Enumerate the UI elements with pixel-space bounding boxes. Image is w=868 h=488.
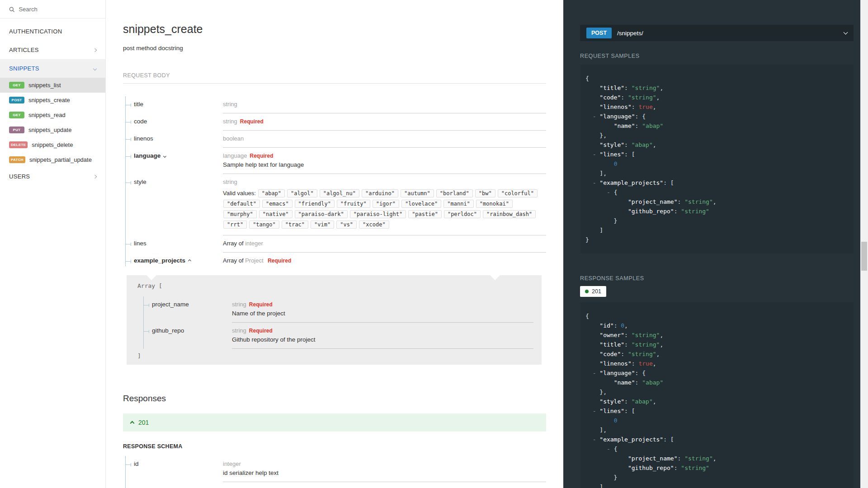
- valid-value-chip: "arduino": [362, 189, 398, 197]
- response-sample-tab-201[interactable]: 201: [580, 286, 606, 297]
- response-201-toggle[interactable]: 201: [123, 413, 546, 432]
- method-badge-put: PUT: [9, 127, 24, 133]
- endpoint-path: /snippets/: [617, 30, 844, 37]
- valid-value-chip: "vs": [336, 221, 357, 229]
- sidebar-section-label: SNIPPETS: [9, 65, 39, 72]
- page-scrollbar[interactable]: [860, 0, 868, 488]
- code-token: 0: [621, 322, 624, 329]
- code-token: "string": [684, 198, 713, 205]
- field-name[interactable]: example_projects: [134, 257, 223, 266]
- code-token: "string": [684, 455, 713, 462]
- code-token: "project_name": [628, 455, 678, 462]
- sidebar-section-articles[interactable]: ARTICLES: [0, 41, 105, 59]
- code-token: ,: [713, 455, 717, 462]
- field-type-line: integer: [223, 460, 546, 467]
- code-token: : [: [663, 436, 674, 443]
- sidebar-item-snippets_list[interactable]: GETsnippets_list: [0, 78, 105, 93]
- code-token: {: [585, 313, 589, 319]
- sidebar-section-snippets[interactable]: SNIPPETS: [0, 59, 105, 78]
- sidebar-item-label: snippets_partial_update: [29, 156, 92, 163]
- request-body-label: REQUEST BODY: [123, 72, 546, 84]
- sidebar-item-label: snippets_delete: [32, 141, 73, 148]
- code-token: :: [624, 398, 632, 405]
- code-line: "code": "string",: [585, 349, 849, 359]
- field-type-line: stringRequired: [232, 327, 533, 334]
- code-token: "code": [599, 351, 621, 357]
- code-line: "style": "abap",: [585, 140, 849, 150]
- code-line: - "language": {: [585, 112, 849, 121]
- sidebar-item-snippets_create[interactable]: POSTsnippets_create: [0, 93, 105, 108]
- valid-values: Valid values:"abap""algol""algol_nu""ard…: [223, 188, 546, 230]
- code-token: ,: [653, 141, 656, 148]
- search-box[interactable]: [0, 0, 105, 19]
- field-row-owner: ownerstring: [126, 482, 546, 488]
- field-name: style: [134, 178, 223, 235]
- sidebar-item-snippets_read[interactable]: GETsnippets_read: [0, 108, 105, 122]
- code-token: "owner": [599, 332, 624, 338]
- code-line: - "example_projects": [: [585, 178, 849, 188]
- code-token: [585, 189, 607, 196]
- code-token: 0: [614, 417, 618, 424]
- field-name[interactable]: language: [134, 152, 223, 174]
- code-token: "linenos": [599, 103, 631, 110]
- method-badge-post: POST: [9, 97, 24, 103]
- code-token: [585, 446, 607, 452]
- valid-value-chip: "trac": [282, 221, 308, 229]
- code-token: true: [638, 103, 652, 110]
- valid-value-chip: "abap": [258, 189, 285, 197]
- collapse-marker[interactable]: -: [593, 151, 600, 158]
- collapse-marker[interactable]: -: [593, 179, 600, 186]
- collapse-marker[interactable]: -: [607, 446, 614, 452]
- field-name: lines: [134, 240, 223, 253]
- code-token: ,: [653, 103, 656, 110]
- endpoint-selector[interactable]: POST /snippets/: [580, 25, 854, 41]
- sidebar-item-label: snippets_update: [28, 127, 71, 133]
- code-line: - "language": {: [585, 368, 849, 378]
- code-token: [585, 360, 599, 367]
- sidebar: AUTHENTICATIONARTICLESSNIPPETSGETsnippet…: [0, 0, 106, 488]
- collapse-marker[interactable]: -: [593, 113, 600, 120]
- sidebar-item-snippets_delete[interactable]: DELETEsnippets_delete: [0, 137, 105, 152]
- sidebar-section-users[interactable]: USERS: [0, 167, 105, 186]
- code-token: ,: [660, 332, 663, 338]
- code-token: "string": [628, 94, 656, 101]
- code-token: "abap": [642, 122, 663, 129]
- valid-value-chip: "native": [259, 210, 292, 218]
- valid-value-chip: "vim": [311, 221, 334, 229]
- code-token: [585, 151, 593, 158]
- code-token: "project_name": [628, 198, 678, 205]
- search-input[interactable]: [19, 6, 96, 13]
- collapse-marker[interactable]: -: [607, 189, 614, 196]
- code-line: "id": 0,: [585, 321, 849, 330]
- field-name-text: example_projects: [134, 257, 185, 264]
- code-line: - {: [585, 444, 849, 454]
- collapse-marker[interactable]: -: [593, 408, 600, 414]
- required-flag: Required: [240, 118, 264, 125]
- code-token: [585, 465, 628, 471]
- code-line: }: [585, 216, 849, 225]
- field-type-line: string: [223, 101, 546, 108]
- valid-value-chip: "paraiso-light": [350, 210, 406, 218]
- required-flag: Required: [268, 258, 291, 264]
- field-details: Array of integer: [223, 240, 546, 253]
- code-token: },: [585, 389, 607, 395]
- valid-value-chip: "autumn": [401, 189, 434, 197]
- code-token: : [: [624, 151, 635, 158]
- type-text: string: [223, 101, 237, 108]
- field-details: string: [223, 101, 546, 113]
- code-token: "name": [614, 122, 635, 129]
- sidebar-item-snippets_update[interactable]: PUTsnippets_update: [0, 122, 105, 137]
- field-description: Github repository of the project: [232, 336, 533, 343]
- code-line: },: [585, 387, 849, 397]
- field-name-text: lines: [134, 240, 146, 247]
- sidebar-section-authentication[interactable]: AUTHENTICATION: [0, 22, 105, 41]
- code-token: [585, 398, 599, 405]
- collapse-marker[interactable]: -: [593, 436, 600, 443]
- collapse-marker[interactable]: -: [593, 370, 600, 376]
- chevron-down-icon: [93, 66, 97, 70]
- code-token: [585, 417, 614, 424]
- code-token: "title": [599, 341, 624, 348]
- code-token: "language": [599, 113, 635, 120]
- sidebar-item-snippets_partial_update[interactable]: PATCHsnippets_partial_update: [0, 152, 105, 167]
- scrollbar-thumb[interactable]: [861, 242, 867, 271]
